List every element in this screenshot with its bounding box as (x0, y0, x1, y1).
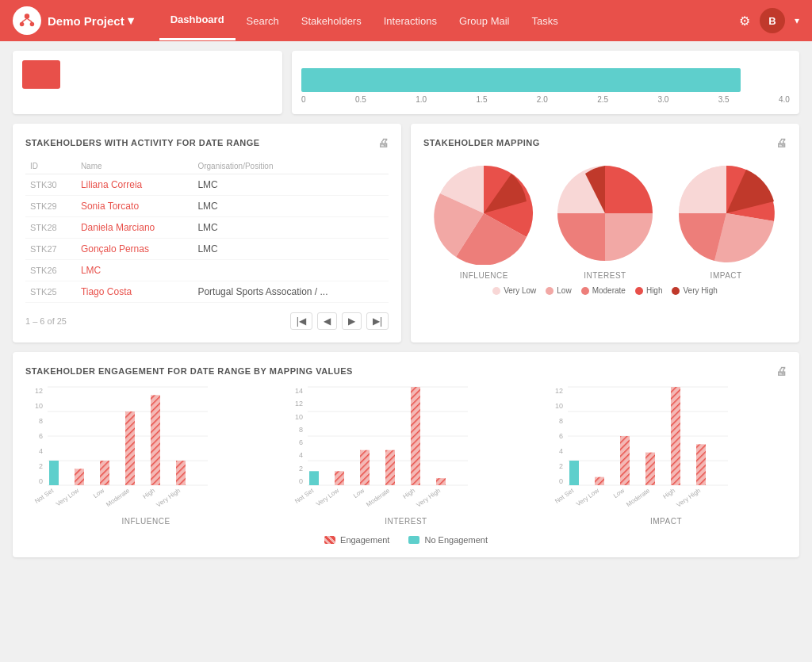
legend-no-engagement: No Engagement (408, 535, 488, 545)
legend-moderate: Moderate (581, 286, 626, 295)
main-nav: Dashboard Search Stakeholders Interactio… (159, 1, 739, 40)
legend-very-high: Very High (672, 286, 717, 295)
pagination-info: 1 – 6 of 25 (25, 316, 67, 326)
avatar[interactable]: B (760, 8, 785, 33)
low-dot (546, 287, 553, 295)
pink-bar (335, 471, 344, 485)
pink-bar (595, 477, 604, 485)
nav-group-mail[interactable]: Group Mail (448, 2, 521, 40)
top-left-card (13, 51, 282, 114)
pink-bar (385, 450, 395, 485)
nav-dashboard[interactable]: Dashboard (159, 1, 236, 40)
pink-bar (645, 453, 655, 485)
row-name: Sonia Torcato (76, 196, 193, 217)
svg-text:High: High (662, 487, 677, 500)
svg-text:Moderate: Moderate (625, 487, 651, 508)
top-right-card: 00.51.01.52.0 2.53.03.54.0 (292, 51, 799, 114)
svg-chart-0: Not SetVery LowLowModerateHighVery High (48, 387, 208, 485)
table-row: STK26 LMC (25, 260, 389, 281)
nav-tasks[interactable]: Tasks (520, 2, 569, 40)
project-name: Demo Project (48, 14, 124, 28)
svg-line-4 (27, 18, 32, 22)
very-low-dot (492, 287, 500, 295)
engagement-chart-title: STAKEHOLDER ENGAGEMENT FOR DATE RANGE BY… (25, 365, 787, 377)
svg-text:Not Set: Not Set (33, 487, 56, 505)
row-id: STK30 (25, 174, 76, 196)
engagement-print-icon[interactable]: 🖨 (776, 365, 787, 377)
moderate-dot (581, 287, 589, 295)
nav-search[interactable]: Search (236, 2, 290, 40)
row-id: STK27 (25, 239, 76, 260)
top-strip: 00.51.01.52.0 2.53.03.54.0 (13, 51, 799, 114)
svg-text:Moderate: Moderate (365, 487, 391, 508)
svg-text:High: High (142, 487, 157, 500)
bar-chart-impact: 121086420Not SetVery LowLowModerateHighV… (546, 387, 787, 526)
user-menu-chevron-icon[interactable]: ▾ (795, 15, 799, 26)
teal-bar (569, 461, 579, 485)
svg-chart-2: Not SetVery LowLowModerateHighVery High (568, 387, 728, 485)
col-header-id: ID (25, 159, 76, 174)
table-row: STK25 Tiago Costa Portugal Sports Assoca… (25, 281, 389, 303)
svg-text:Not Set: Not Set (293, 487, 316, 505)
row-name: Daniela Marciano (76, 217, 193, 239)
row-org (193, 260, 389, 281)
mapping-legend: Very Low Low Moderate High Very High (423, 286, 787, 295)
row-id: STK26 (25, 260, 76, 281)
svg-text:Very High: Very High (155, 487, 182, 508)
teal-bar (309, 471, 319, 485)
pagination-controls: |◀ ◀ ▶ ▶| (290, 312, 389, 330)
project-selector[interactable]: Demo Project ▾ (48, 13, 134, 28)
first-page-button[interactable]: |◀ (290, 312, 312, 330)
teal-bar (49, 461, 59, 485)
last-page-button[interactable]: ▶| (366, 312, 389, 330)
pink-bar (151, 395, 160, 485)
svg-text:Low: Low (612, 487, 626, 499)
row-org: Portugal Sports Assocation / ... (193, 281, 389, 303)
mapping-card-title: STAKEHOLDER MAPPING 🖨 (423, 136, 787, 149)
legend-high: High (635, 286, 663, 295)
svg-text:Low: Low (92, 487, 105, 499)
table-row: STK30 Liliana Correia LMC (25, 174, 389, 196)
settings-icon[interactable]: ⚙ (739, 13, 750, 29)
svg-text:Very Low: Very Low (315, 487, 340, 507)
engagement-legend-swatch (324, 536, 335, 544)
svg-text:Low: Low (352, 487, 366, 499)
nav-interactions[interactable]: Interactions (373, 2, 448, 40)
very-high-dot (672, 287, 680, 295)
bar-charts-row: 121086420Not SetVery LowLowModerateHighV… (25, 387, 787, 526)
col-header-name: Name (76, 159, 193, 174)
print-icon[interactable]: 🖨 (377, 136, 389, 149)
pink-bar (176, 461, 186, 485)
pink-bar (360, 450, 370, 485)
pink-bar (696, 444, 706, 485)
bar-chart-area-0: 121086420Not SetVery LowLowModerateHighV… (25, 387, 266, 514)
chart-subtitle-0: INFLUENCE (25, 517, 266, 526)
interest-pie-container: INTEREST (553, 162, 657, 280)
y-axis: 121086420 (25, 387, 46, 485)
chart-subtitle-1: INTEREST (285, 517, 527, 526)
legend-engagement: Engagement (324, 535, 389, 545)
pink-bar (75, 469, 84, 485)
legend-very-low: Very Low (492, 286, 536, 295)
nav-stakeholders[interactable]: Stakeholders (290, 2, 373, 40)
high-dot (635, 287, 643, 295)
interest-pie-chart (553, 162, 657, 265)
table-row: STK29 Sonia Torcato LMC (25, 196, 389, 217)
row-id: STK25 (25, 281, 76, 303)
app-logo (13, 6, 41, 35)
bottom-legend: Engagement No Engagement (25, 535, 787, 545)
main-content: 00.51.01.52.0 2.53.03.54.0 STAKEHOLDERS … (0, 41, 812, 567)
svg-line-3 (22, 18, 27, 22)
stakeholders-table: ID Name Organisation/Position STK30 Lili… (25, 159, 389, 303)
prev-page-button[interactable]: ◀ (317, 312, 337, 330)
next-page-button[interactable]: ▶ (342, 312, 362, 330)
y-axis: 14121086420 (285, 387, 306, 485)
mapping-print-icon[interactable]: 🖨 (776, 136, 787, 149)
impact-label: IMPACT (710, 271, 742, 280)
influence-pie-container: INFLUENCE (432, 162, 535, 280)
svg-text:Very High: Very High (676, 487, 703, 508)
bar-strip-axis: 00.51.01.52.0 2.53.03.54.0 (301, 92, 790, 104)
bar-chart-influence: 121086420Not SetVery LowLowModerateHighV… (25, 387, 266, 526)
row-org: LMC (193, 196, 389, 217)
pink-bar (100, 461, 109, 485)
